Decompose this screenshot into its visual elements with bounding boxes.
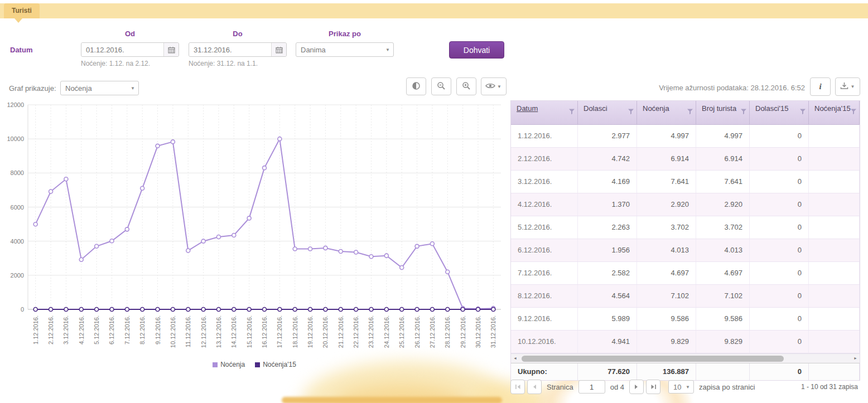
calendar-icon[interactable] (271, 43, 286, 56)
legend-item[interactable]: Noćenja (213, 361, 245, 368)
column-header-dolasci[interactable]: Dolasci (578, 101, 637, 124)
svg-text:22.12.2016.: 22.12.2016. (353, 315, 359, 348)
table-cell: 7.641 (696, 171, 750, 193)
table-cell: 0 (750, 216, 809, 239)
legend-swatch (213, 362, 218, 367)
data-freshness-text: Vrijeme ažurnosti podataka: 28.12.2016. … (505, 84, 805, 92)
table-row[interactable]: 10.12.2016.4.9419.8299.8290 (511, 331, 860, 353)
grid-body: 1.12.2016.2.9774.9974.99702.12.2016.4.74… (511, 125, 860, 353)
table-cell: 4.12.2016. (511, 193, 578, 216)
table-row[interactable]: 3.12.2016.4.1697.6417.6410 (511, 171, 860, 193)
table-row[interactable]: 7.12.2016.2.5824.6974.6970 (511, 262, 860, 285)
table-cell: 7.641 (637, 171, 696, 193)
first-page-button[interactable] (510, 380, 525, 394)
prikaz-po-label: Prikaz po (296, 30, 394, 38)
date-from-input[interactable] (81, 43, 163, 56)
zoom-out-icon (437, 81, 446, 92)
tab-turisti[interactable]: Turisti (4, 3, 40, 18)
table-cell: 1.370 (578, 193, 637, 216)
zoom-in-button[interactable] (456, 77, 476, 95)
column-header-dolasci-15[interactable]: Dolasci'15 (750, 101, 809, 124)
chart-canvas[interactable]: 0200040006000800010000120001.12.2016.2.1… (3, 100, 505, 360)
table-cell: 9.586 (637, 308, 696, 330)
table-row[interactable]: 6.12.2016.1.9564.0134.0130 (511, 239, 860, 262)
toggle-pan-button[interactable] (406, 77, 426, 95)
filter-icon[interactable] (850, 108, 857, 116)
previous-page-button[interactable] (527, 380, 542, 394)
table-row[interactable]: 9.12.2016.5.9899.5869.5860 (511, 308, 860, 331)
table-cell: 7.12.2016. (511, 262, 578, 284)
filter-icon[interactable] (568, 108, 575, 116)
legend-swatch (255, 362, 260, 367)
per-page-label: zapisa po stranici (699, 383, 755, 391)
table-row[interactable]: 8.12.2016.4.5647.1027.1020 (511, 285, 860, 308)
svg-text:12000: 12000 (7, 101, 24, 108)
svg-text:18.12.2016.: 18.12.2016. (292, 315, 298, 348)
table-cell (809, 285, 860, 307)
svg-text:10000: 10000 (7, 135, 24, 142)
do-note: Noćenje: 31.12. na 1.1. (189, 60, 258, 67)
filter-icon[interactable] (628, 108, 634, 116)
table-row[interactable]: 4.12.2016.1.3702.9202.9200 (511, 193, 860, 216)
filter-icon[interactable] (740, 108, 747, 116)
record-range-label: 1 - 10 od 31 zapisa (801, 383, 859, 391)
horizontal-scrollbar[interactable]: ◄ ► (511, 353, 860, 363)
table-cell (809, 331, 860, 353)
zoom-out-button[interactable] (431, 77, 451, 95)
chevron-down-icon: ▼ (496, 84, 502, 89)
table-row[interactable]: 1.12.2016.2.9774.9974.9970 (511, 125, 860, 148)
table-cell: 1.12.2016. (511, 125, 578, 147)
dohvati-button[interactable]: Dohvati (449, 41, 504, 59)
svg-text:7.12.2016.: 7.12.2016. (124, 315, 131, 344)
graf-prikazuje-value: Noćenja (61, 84, 127, 93)
export-button[interactable]: ▼ (835, 77, 860, 96)
filter-icon[interactable] (687, 108, 693, 116)
column-header-label: Datum (517, 104, 538, 113)
table-cell: 4.697 (696, 262, 750, 284)
svg-text:4000: 4000 (11, 238, 24, 245)
download-icon (840, 82, 848, 91)
column-header-datum[interactable]: Datum (511, 101, 578, 124)
totals-cell: 77.620 (578, 363, 637, 380)
filter-icon[interactable] (799, 108, 806, 116)
date-to-input[interactable] (189, 43, 271, 56)
table-cell: 2.920 (696, 193, 750, 216)
table-cell: 4.564 (578, 285, 637, 307)
legend-item[interactable]: Noćenja'15 (255, 361, 296, 368)
table-row[interactable]: 2.12.2016.4.7426.9146.9140 (511, 148, 860, 171)
scroll-left-icon[interactable]: ◄ (511, 354, 519, 363)
column-header-broj-turista[interactable]: Broj turista (696, 101, 750, 124)
series-visibility-button[interactable]: ▼ (481, 77, 507, 95)
svg-text:11.12.2016.: 11.12.2016. (185, 315, 191, 347)
page-size-value: 10 (669, 383, 682, 391)
table-cell: 4.997 (637, 125, 696, 147)
last-page-button[interactable] (646, 380, 660, 394)
prikaz-po-select[interactable]: Danima ▼ (296, 42, 394, 57)
svg-text:15.12.2016.: 15.12.2016. (246, 315, 253, 348)
table-row[interactable]: 5.12.2016.2.2633.7023.7020 (511, 216, 860, 239)
column-header-no-enja-15[interactable]: Noćenja'15 (809, 101, 860, 124)
scrollbar-thumb[interactable] (522, 356, 784, 362)
table-cell: 2.920 (637, 193, 696, 216)
next-page-button[interactable] (629, 380, 644, 394)
svg-text:5.12.2016.: 5.12.2016. (93, 315, 100, 344)
prikaz-po-value: Danima (296, 46, 382, 54)
column-header-no-enja[interactable]: Noćenja (637, 101, 696, 124)
od-label: Od (81, 30, 179, 38)
table-cell: 0 (750, 125, 809, 147)
svg-text:2.12.2016.: 2.12.2016. (47, 315, 54, 344)
info-button[interactable]: i (810, 77, 831, 96)
calendar-icon[interactable] (163, 43, 179, 56)
page-number-input[interactable] (578, 380, 605, 394)
column-header-label: Dolasci'15 (755, 104, 789, 113)
column-header-label: Dolasci (584, 104, 607, 113)
date-from-group (81, 42, 179, 57)
chevron-down-icon: ▼ (850, 84, 855, 89)
scroll-right-icon[interactable]: ► (851, 354, 860, 363)
graf-prikazuje-select[interactable]: Noćenja ▼ (60, 81, 139, 95)
table-cell: 0 (750, 239, 809, 261)
table-cell: 0 (750, 193, 809, 216)
page-size-select[interactable]: 10 ▼ (668, 380, 694, 394)
svg-text:23.12.2016.: 23.12.2016. (368, 315, 374, 348)
table-cell: 8.12.2016. (511, 285, 578, 307)
